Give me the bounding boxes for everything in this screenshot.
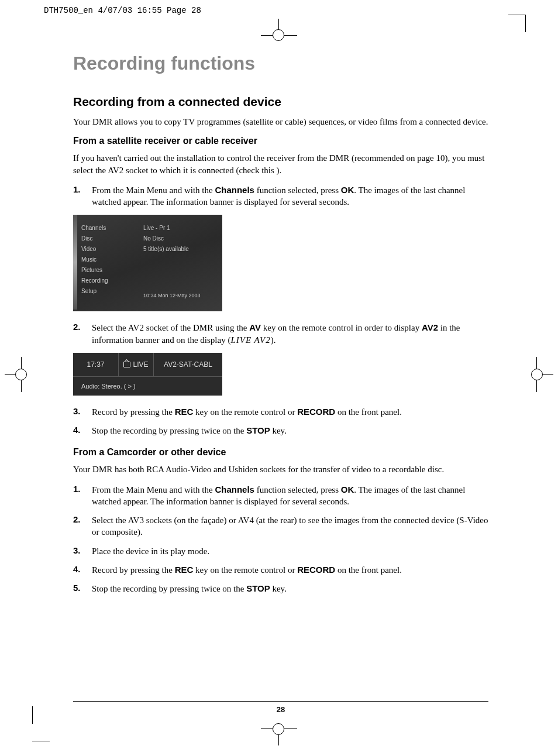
- step-number: 1.: [73, 184, 92, 208]
- crop-mark-bottom: [261, 722, 297, 745]
- crop-mark-top: [261, 19, 297, 42]
- print-slug: DTH7500_en 4/07/03 16:55 Page 28: [44, 6, 201, 15]
- step-a3: 3. Record by pressing the REC key on the…: [73, 406, 488, 418]
- step-body: From the Main Menu and with the Channels…: [92, 484, 488, 508]
- step-body: From the Main Menu and with the Channels…: [92, 184, 488, 208]
- banner-audio: Audio: Stereo. ( > ): [73, 376, 222, 396]
- banner-live: LIVE: [119, 353, 154, 376]
- step-body: Stop the recording by pressing twice on …: [92, 583, 488, 595]
- step-number: 4.: [73, 425, 92, 437]
- info-banner-screenshot: 17:37 LIVE AV2-SAT-CABL Audio: Stereo. (…: [73, 353, 222, 396]
- step-b5: 5. Stop the recording by pressing twice …: [73, 583, 488, 595]
- lead-a: If you haven't carried out the installat…: [73, 152, 488, 176]
- menu-value: Live - Pr 1: [143, 223, 219, 233]
- step-a4: 4. Stop the recording by pressing twice …: [73, 425, 488, 437]
- page-number: 28: [73, 701, 488, 714]
- step-body: Select the AV3 sockets (on the façade) o…: [92, 514, 488, 538]
- main-menu-screenshot: Channels Disc Video Music Pictures Recor…: [73, 215, 222, 311]
- step-body: Record by pressing the REC key on the re…: [92, 564, 488, 576]
- step-number: 3.: [73, 406, 92, 418]
- step-b2: 2. Select the AV3 sockets (on the façade…: [73, 514, 488, 538]
- menu-item: Channels: [81, 223, 140, 233]
- step-number: 2.: [73, 322, 92, 346]
- step-number: 5.: [73, 583, 92, 595]
- tv-icon: [123, 362, 130, 367]
- menu-item: Disc: [81, 233, 140, 244]
- menu-item: Recording: [81, 276, 140, 286]
- step-body: Record by pressing the REC key on the re…: [92, 406, 488, 418]
- trim-mark: [525, 15, 526, 32]
- trim-mark: [32, 741, 50, 741]
- step-b1: 1. From the Main Menu and with the Chann…: [73, 484, 488, 508]
- intro-text: Your DMR allows you to copy TV programme…: [73, 116, 488, 128]
- banner-source: AV2-SAT-CABL: [154, 353, 222, 376]
- step-number: 4.: [73, 564, 92, 576]
- step-body: Place the device in its play mode.: [92, 545, 488, 557]
- lead-b: Your DMR has both RCA Audio-Video and Us…: [73, 463, 488, 475]
- subheading-camcorder: From a Camcorder or other device: [73, 447, 488, 458]
- banner-time: 17:37: [73, 353, 119, 376]
- section-title: Recording from a connected device: [73, 95, 488, 109]
- menu-value: No Disc: [143, 233, 219, 244]
- step-a1: 1. From the Main Menu and with the Chann…: [73, 184, 488, 208]
- step-number: 3.: [73, 545, 92, 557]
- page-content: Recording functions Recording from a con…: [73, 53, 488, 602]
- chapter-title: Recording functions: [73, 53, 488, 74]
- menu-item: Pictures: [81, 265, 140, 276]
- menu-item: Music: [81, 255, 140, 265]
- menu-timestamp: 10:34 Mon 12-May 2003: [143, 293, 201, 298]
- menu-item: Video: [81, 244, 140, 255]
- step-number: 1.: [73, 484, 92, 508]
- menu-left-column: Channels Disc Video Music Pictures Recor…: [81, 223, 140, 297]
- menu-value: 5 title(s) available: [143, 244, 219, 255]
- menu-item: Setup: [81, 286, 140, 297]
- lcd-text: LIVE AV2: [230, 335, 270, 345]
- step-body: Select the AV2 socket of the DMR using t…: [92, 322, 488, 346]
- trim-mark: [32, 706, 33, 724]
- step-b4: 4. Record by pressing the REC key on the…: [73, 564, 488, 576]
- step-body: Stop the recording by pressing twice on …: [92, 425, 488, 437]
- step-a2: 2. Select the AV2 socket of the DMR usin…: [73, 322, 488, 346]
- trim-mark: [508, 15, 526, 15]
- step-b3: 3. Place the device in its play mode.: [73, 545, 488, 557]
- step-number: 2.: [73, 514, 92, 538]
- subheading-sat-cable: From a satellite receiver or cable recei…: [73, 136, 488, 146]
- menu-right-column: Live - Pr 1 No Disc 5 title(s) available: [143, 223, 219, 255]
